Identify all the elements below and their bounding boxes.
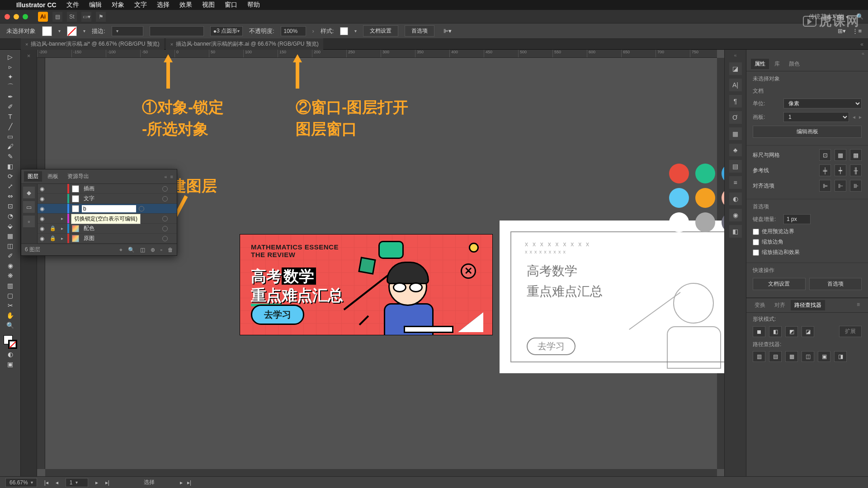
- artboard-sketch[interactable]: x x x x x x x x xx x x x x x x x x 高考数学重…: [500, 221, 724, 373]
- opacity-field[interactable]: 100%: [281, 26, 306, 36]
- panel-menu-icon[interactable]: ≡: [853, 300, 863, 310]
- dock-panel-icon[interactable]: ◪: [729, 62, 742, 75]
- stroke-color-icon[interactable]: [8, 340, 17, 349]
- clip-mask-icon[interactable]: ◫: [140, 247, 145, 253]
- stroke-swatch[interactable]: [67, 26, 77, 36]
- zoom-level[interactable]: 66.67% ▾: [5, 478, 37, 487]
- nav-prev-icon[interactable]: ◂: [56, 479, 58, 486]
- menu-file[interactable]: 文件: [66, 1, 79, 9]
- dock-panel-icon[interactable]: ◐: [729, 192, 742, 205]
- close-dock-icon[interactable]: ×: [23, 52, 35, 59]
- new-sublayer-icon[interactable]: ⊕: [151, 247, 155, 253]
- quick-doc-setup-button[interactable]: 文档设置: [753, 278, 806, 290]
- symbol-sprayer-tool-icon[interactable]: ❋: [6, 271, 15, 280]
- direct-selection-tool-icon[interactable]: ▹: [6, 62, 15, 71]
- target-icon[interactable]: [162, 226, 168, 231]
- ruler-icon[interactable]: ⊡: [819, 149, 831, 161]
- preview-bounds-checkbox[interactable]: [753, 229, 759, 235]
- menu-help[interactable]: 帮助: [247, 1, 260, 9]
- quick-prefs-button[interactable]: 首选项: [809, 278, 862, 290]
- panel-collapse-icon[interactable]: «: [746, 50, 868, 57]
- brush-field[interactable]: [150, 26, 204, 36]
- menu-window[interactable]: 窗口: [225, 1, 237, 9]
- fill-stroke-indicator[interactable]: [4, 335, 17, 349]
- minus-front-icon[interactable]: ◧: [769, 326, 782, 337]
- divide-icon[interactable]: ▥: [753, 351, 765, 362]
- layer-name-input[interactable]: [82, 205, 136, 212]
- tab-color[interactable]: 颜色: [785, 59, 803, 69]
- status-menu-icon[interactable]: ▸ ▸|: [180, 479, 191, 486]
- dock-panel-icon[interactable]: A|: [729, 79, 742, 91]
- type-tool-icon[interactable]: T: [6, 112, 15, 121]
- layer-row[interactable]: ◉🔒▸配色: [38, 224, 177, 234]
- dock-panel-icon[interactable]: ◧: [729, 225, 742, 238]
- snap-grid-icon[interactable]: ⊪: [850, 180, 862, 192]
- document-tab-2[interactable]: ×描边风-banner演示稿的副本.ai @ 66.67% (RGB/GPU 预…: [166, 38, 323, 50]
- tab-libraries[interactable]: 库: [771, 59, 783, 69]
- menu-effect[interactable]: 效果: [179, 1, 192, 9]
- gradient-tool-icon[interactable]: ◫: [6, 241, 15, 250]
- layer-sub-icon[interactable]: ▭: [23, 201, 35, 213]
- snap-point-icon[interactable]: ⊩: [835, 180, 846, 192]
- visibility-toggle-icon[interactable]: ◉: [38, 186, 47, 192]
- draw-mode-icon[interactable]: ◐: [6, 350, 15, 359]
- stock-icon[interactable]: St: [67, 12, 77, 22]
- edit-artboard-button[interactable]: 编辑画板: [753, 126, 862, 138]
- eyedropper-tool-icon[interactable]: ✐: [6, 251, 15, 260]
- stroke-profile-field[interactable]: ● 3 点圆形 ▾: [210, 26, 243, 36]
- artboard-tool-icon[interactable]: ▢: [6, 291, 15, 300]
- layers-icon[interactable]: ◆: [23, 187, 35, 198]
- smart-guides-icon[interactable]: ╫: [850, 164, 862, 176]
- minimize-window-icon[interactable]: [14, 14, 19, 19]
- transform-panel-icon[interactable]: ⊞▾: [838, 28, 846, 34]
- rectangle-tool-icon[interactable]: ▭: [6, 132, 15, 141]
- close-icon[interactable]: ×: [25, 42, 28, 47]
- dock-panel-icon[interactable]: ♣: [729, 144, 742, 156]
- dock-panel-icon[interactable]: ◉: [729, 209, 742, 221]
- mesh-tool-icon[interactable]: ▦: [6, 231, 15, 240]
- exclude-icon[interactable]: ◪: [802, 326, 814, 337]
- selection-tool-icon[interactable]: ▷: [6, 52, 15, 61]
- layer-row[interactable]: ◉插画: [38, 184, 177, 194]
- menu-view[interactable]: 视图: [202, 1, 215, 9]
- trim-icon[interactable]: ▤: [769, 351, 782, 362]
- nav-last-icon[interactable]: ▸|: [105, 479, 109, 486]
- visibility-toggle-icon[interactable]: ◉: [38, 196, 47, 202]
- menu-type[interactable]: 文字: [134, 1, 147, 9]
- workspace-switcher[interactable]: 传统基本功能 ▾: [809, 13, 848, 21]
- layer-row[interactable]: ◉🔒▸原图: [38, 234, 177, 244]
- bridge-icon[interactable]: ▤: [52, 12, 62, 22]
- hand-tool-icon[interactable]: ✋: [6, 311, 15, 320]
- close-icon[interactable]: ×: [170, 42, 173, 47]
- horizontal-scrollbar[interactable]: [45, 469, 717, 476]
- visibility-toggle-icon[interactable]: ◉: [38, 206, 47, 212]
- document-tab-1[interactable]: ×描边风-banner演示稿.ai* @ 66.67% (RGB/GPU 预览): [21, 38, 164, 50]
- merge-icon[interactable]: ▦: [785, 351, 798, 362]
- new-layer-icon[interactable]: ▫: [160, 247, 162, 253]
- line-tool-icon[interactable]: ╱: [6, 122, 15, 131]
- chevron-down-icon[interactable]: ▾: [83, 28, 85, 33]
- guides-show-icon[interactable]: ╪: [819, 164, 831, 176]
- menu-select[interactable]: 选择: [157, 1, 170, 9]
- panel-settings-icon[interactable]: ⋮≡: [852, 28, 862, 34]
- panel-collapse-icon[interactable]: « ≡: [164, 174, 174, 179]
- dock-panel-icon[interactable]: ▦: [729, 127, 742, 140]
- tab-pathfinder[interactable]: 路径查找器: [791, 300, 825, 310]
- asset-export-tab[interactable]: 资源导出: [64, 171, 93, 182]
- target-icon[interactable]: [162, 216, 168, 221]
- close-window-icon[interactable]: [5, 14, 10, 19]
- snap-pixel-icon[interactable]: ⊫: [819, 180, 831, 192]
- pen-tool-icon[interactable]: ✒: [6, 92, 15, 101]
- arrange-icon[interactable]: ▭▾: [81, 12, 91, 22]
- layer-sub2-icon[interactable]: ▫: [23, 216, 35, 227]
- delete-layer-icon[interactable]: 🗑: [168, 247, 173, 253]
- rotate-tool-icon[interactable]: ⟳: [6, 172, 15, 181]
- search-icon[interactable]: 🔍: [856, 13, 863, 20]
- preferences-button[interactable]: 首选项: [405, 25, 434, 37]
- artboards-tab[interactable]: 画板: [44, 171, 62, 182]
- tab-properties[interactable]: 属性: [751, 59, 769, 69]
- unit-select[interactable]: 像素: [783, 99, 862, 108]
- expand-toggle-icon[interactable]: ▸: [59, 236, 65, 241]
- nav-next-icon[interactable]: ▸: [95, 479, 98, 486]
- dock-collapse-icon[interactable]: «: [734, 52, 736, 59]
